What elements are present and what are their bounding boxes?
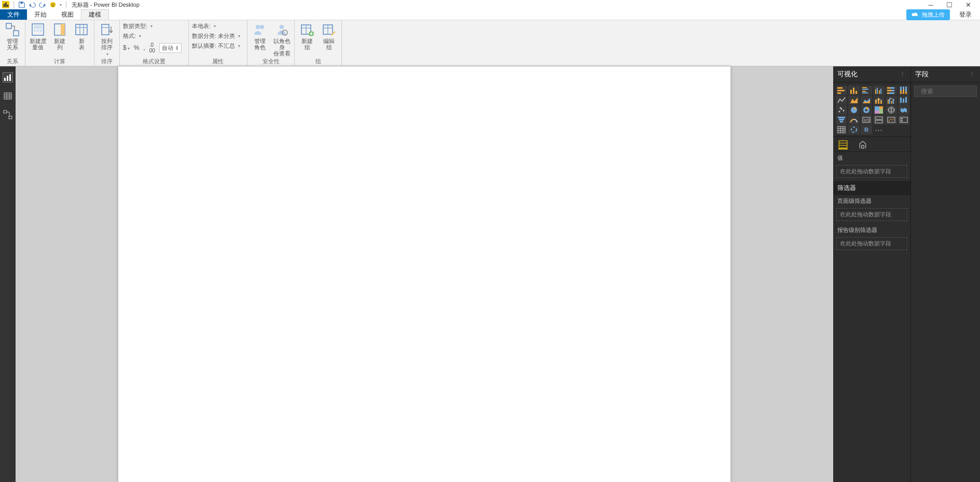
home-table-dropdown[interactable]: 本地表: <box>192 22 244 30</box>
kpi-icon[interactable] <box>886 115 897 125</box>
clustered-column-chart-icon[interactable] <box>873 86 885 95</box>
area-chart-icon[interactable] <box>848 95 860 105</box>
redo-icon[interactable] <box>39 1 46 8</box>
tab-file[interactable]: 文件 <box>0 9 27 20</box>
values-dropzone[interactable]: 在此处拖动数据字段 <box>836 165 907 178</box>
data-view-icon[interactable] <box>3 91 12 101</box>
svg-rect-12 <box>34 30 36 32</box>
svg-rect-77 <box>900 98 902 103</box>
format-tab-icon[interactable] <box>858 140 867 149</box>
new-column-button[interactable]: 新建 列 <box>50 21 69 50</box>
smiley-icon[interactable] <box>49 1 57 8</box>
login-button[interactable]: 登录 <box>959 10 972 19</box>
card-icon[interactable]: 123 <box>861 115 872 125</box>
fields-search-input[interactable] <box>921 88 980 95</box>
hundred-stacked-bar-icon[interactable] <box>886 86 897 95</box>
svg-point-7 <box>53 4 54 5</box>
close-button[interactable]: ✕ <box>961 1 975 9</box>
svg-rect-67 <box>903 89 904 94</box>
fields-panel: 字段 〉 <box>911 66 980 482</box>
sort-by-column-button[interactable]: 按列 排序 <box>98 21 116 53</box>
svg-rect-65 <box>900 91 902 94</box>
new-table-button[interactable]: 新 表 <box>72 21 91 50</box>
svg-rect-56 <box>879 90 880 94</box>
funnel-chart-icon[interactable] <box>836 115 847 125</box>
svg-rect-53 <box>862 92 868 93</box>
collapse-fields-icon[interactable]: 〉 <box>971 71 976 78</box>
svg-rect-36 <box>9 74 11 81</box>
manage-relationships-button[interactable]: 管理 关系 <box>3 21 22 50</box>
group-relationships-label: 关系 <box>3 58 22 66</box>
more-visuals-icon[interactable]: ··· <box>873 125 885 134</box>
edit-group-button[interactable]: 编辑 组 <box>320 21 338 50</box>
undo-icon[interactable] <box>29 1 36 8</box>
svg-rect-95 <box>839 119 844 120</box>
hundred-stacked-column-icon[interactable] <box>898 86 909 95</box>
minimize-button[interactable]: ─ <box>924 1 937 9</box>
report-filters-label: 报告级别筛选器 <box>833 224 910 236</box>
line-stacked-column-icon[interactable] <box>873 95 885 105</box>
page-filters-dropzone[interactable]: 在此处拖动数据字段 <box>836 208 907 221</box>
percent-button[interactable]: % <box>134 44 140 51</box>
filled-map-icon[interactable] <box>898 105 909 115</box>
upload-button[interactable]: 拖拽上传 <box>906 9 950 20</box>
manage-roles-button[interactable]: 管理 角色 <box>251 21 269 50</box>
slicer-icon[interactable] <box>898 115 909 125</box>
decimal-places-input[interactable]: 自动 ▲▼ <box>159 43 182 53</box>
collapse-viz-icon[interactable]: 〉 <box>901 71 906 78</box>
svg-rect-35 <box>7 76 8 81</box>
page-filters-label: 页面级筛选器 <box>833 195 910 207</box>
line-clustered-column-icon[interactable] <box>886 95 897 105</box>
pie-chart-icon[interactable] <box>848 105 860 115</box>
comma-button[interactable]: , <box>143 44 145 51</box>
svg-rect-1 <box>4 4 5 7</box>
report-filters-dropzone[interactable]: 在此处拖动数据字段 <box>836 237 907 250</box>
ribbon-chart-icon[interactable] <box>898 95 909 105</box>
map-icon[interactable] <box>886 105 897 115</box>
fields-search[interactable] <box>914 86 977 97</box>
r-visual-icon[interactable]: R <box>861 125 872 134</box>
donut-chart-icon[interactable] <box>861 105 872 115</box>
save-icon[interactable] <box>18 1 25 8</box>
stacked-area-chart-icon[interactable] <box>861 95 872 105</box>
scatter-chart-icon[interactable] <box>836 105 847 115</box>
clustered-bar-chart-icon[interactable] <box>861 86 872 95</box>
new-measure-button[interactable]: 新建度 量值 <box>29 21 47 50</box>
svg-rect-14 <box>40 30 42 32</box>
svg-point-80 <box>839 111 840 113</box>
matrix-visual-icon[interactable] <box>848 125 860 134</box>
stacked-column-chart-icon[interactable] <box>848 86 860 95</box>
line-chart-icon[interactable] <box>836 95 847 105</box>
report-page[interactable] <box>118 66 730 482</box>
gauge-icon[interactable] <box>848 115 860 125</box>
data-type-dropdown[interactable]: 数据类型: <box>123 22 185 30</box>
svg-rect-87 <box>875 106 879 111</box>
report-view-icon[interactable] <box>3 73 12 82</box>
maximize-button[interactable]: ☐ <box>943 1 956 9</box>
currency-button[interactable]: $ <box>123 44 130 51</box>
view-as-roles-button[interactable]: 以角色身 份查看 <box>272 21 291 57</box>
tab-view[interactable]: 视图 <box>54 9 81 20</box>
svg-rect-43 <box>9 116 12 119</box>
format-dropdown[interactable]: 格式: <box>123 32 185 40</box>
svg-rect-69 <box>905 92 907 94</box>
decimal-button[interactable]: .000 <box>149 42 155 53</box>
svg-rect-4 <box>20 2 22 4</box>
table-visual-icon[interactable] <box>836 125 847 134</box>
tab-modeling[interactable]: 建模 <box>81 9 109 20</box>
default-summarization-dropdown[interactable]: 默认摘要: 不汇总 <box>192 42 244 50</box>
left-view-rail <box>0 66 16 482</box>
group-properties-label: 属性 <box>192 58 244 66</box>
fields-tab-icon[interactable] <box>838 140 848 149</box>
svg-rect-100 <box>875 120 882 123</box>
new-group-button[interactable]: 新建 组 <box>298 21 316 50</box>
multi-row-card-icon[interactable] <box>873 115 885 125</box>
data-category-dropdown[interactable]: 数据分类: 未分类 <box>192 32 244 40</box>
qat-dropdown-icon[interactable]: ▾ <box>60 3 62 7</box>
app-icon <box>2 1 9 8</box>
model-view-icon[interactable] <box>3 110 12 119</box>
tab-home[interactable]: 开始 <box>27 9 54 20</box>
stacked-bar-chart-icon[interactable] <box>836 86 847 95</box>
group-security-label: 安全性 <box>251 58 291 66</box>
treemap-icon[interactable] <box>873 105 885 115</box>
